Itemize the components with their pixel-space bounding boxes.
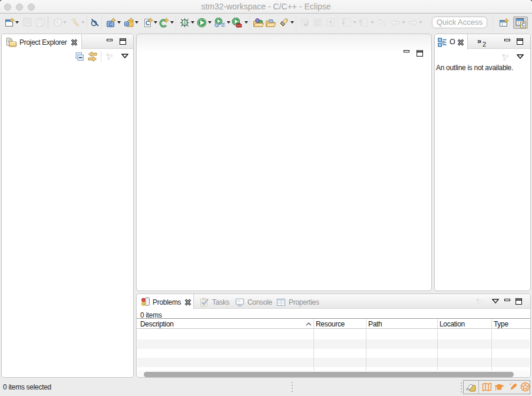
svg-text:C: C	[108, 21, 113, 27]
svg-text:c: c	[125, 21, 128, 27]
svg-text:C: C	[521, 22, 525, 28]
svg-text:C: C	[146, 20, 150, 27]
svg-text:¶: ¶	[329, 19, 332, 26]
